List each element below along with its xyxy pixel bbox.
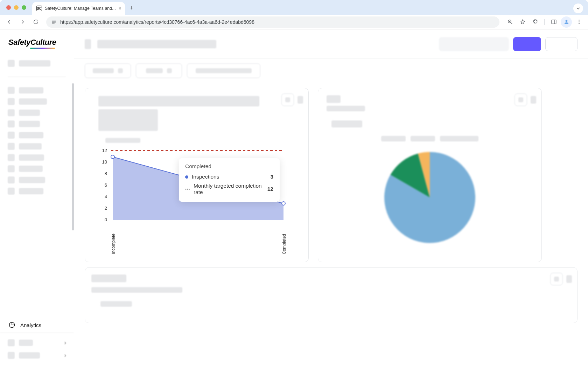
zoom-icon[interactable] xyxy=(504,16,516,28)
browser-toolbar: https://app.safetyculture.com/analytics/… xyxy=(0,15,588,29)
minimize-window-button[interactable] xyxy=(14,5,19,10)
svg-text:4: 4 xyxy=(105,194,107,199)
svg-point-6 xyxy=(579,20,580,21)
extensions-icon[interactable] xyxy=(530,16,541,28)
svg-point-11 xyxy=(282,202,285,205)
tooltip-row-label: Inspections xyxy=(192,174,270,180)
tooltip-title: Completed xyxy=(185,163,273,169)
bookmark-icon[interactable] xyxy=(517,16,528,28)
svg-rect-0 xyxy=(52,21,55,21)
filter-control[interactable] xyxy=(85,63,131,78)
sidebar: SafetyCulture Anal xyxy=(0,29,74,368)
tab-search-button[interactable] xyxy=(573,4,583,13)
analytics-icon xyxy=(8,321,15,328)
menu-icon[interactable] xyxy=(573,16,584,28)
sidebar-item-analytics[interactable]: Analytics xyxy=(0,317,74,333)
url-text: https://app.safetyculture.com/analytics/… xyxy=(60,19,254,25)
close-tab-button[interactable]: × xyxy=(119,6,121,11)
reload-button[interactable] xyxy=(30,16,41,28)
browser-tab[interactable]: SC SafetyCulture: Manage Teams and... × xyxy=(32,2,125,15)
filter-control[interactable] xyxy=(187,63,260,78)
svg-text:2: 2 xyxy=(105,206,107,211)
primary-button[interactable] xyxy=(513,37,541,51)
window-controls xyxy=(0,5,31,15)
svg-text:10: 10 xyxy=(102,159,107,165)
tab-favicon: SC xyxy=(36,6,42,11)
main-content: 12 10 8 6 4 2 0 Incomplete Completed Com… xyxy=(74,29,588,368)
svg-text:0: 0 xyxy=(105,217,107,222)
svg-point-7 xyxy=(579,21,580,22)
line-chart: 12 10 8 6 4 2 0 Incomplete Completed Com… xyxy=(91,144,302,236)
series-dot-icon xyxy=(185,175,188,179)
svg-rect-4 xyxy=(552,20,556,24)
profile-avatar-icon[interactable] xyxy=(561,16,572,28)
secondary-button[interactable] xyxy=(545,37,578,51)
header-control[interactable] xyxy=(439,37,509,51)
chart-card-inspections: 12 10 8 6 4 2 0 Incomplete Completed Com… xyxy=(85,88,309,262)
svg-text:6: 6 xyxy=(105,182,107,188)
sidebar-footer-item[interactable]: › xyxy=(0,349,74,362)
chart-tooltip: Completed Inspections 3 ••• Monthly targ… xyxy=(179,158,280,202)
filter-bar xyxy=(74,58,588,83)
chart-card-pie xyxy=(318,88,542,262)
browser-tabstrip: SC SafetyCulture: Manage Teams and... × … xyxy=(0,0,588,15)
svg-point-8 xyxy=(579,23,580,24)
svg-text:8: 8 xyxy=(105,171,107,176)
page-header xyxy=(74,29,588,58)
svg-rect-1 xyxy=(52,22,55,22)
site-info-icon[interactable] xyxy=(51,19,57,25)
sidebar-item-label: Analytics xyxy=(20,322,41,328)
tooltip-row-value: 3 xyxy=(270,174,273,180)
target-dash-icon: ••• xyxy=(185,187,191,191)
brand-logo[interactable]: SafetyCulture xyxy=(0,29,74,54)
forward-button[interactable] xyxy=(17,16,28,28)
maximize-window-button[interactable] xyxy=(22,5,26,10)
address-bar[interactable]: https://app.safetyculture.com/analytics/… xyxy=(46,16,499,28)
close-window-button[interactable] xyxy=(6,5,11,10)
chevron-right-icon: › xyxy=(64,352,66,359)
pie-chart xyxy=(324,152,535,243)
new-tab-button[interactable]: + xyxy=(125,2,139,15)
sidebar-scrollbar[interactable] xyxy=(72,83,74,230)
tab-title: SafetyCulture: Manage Teams and... xyxy=(45,6,116,11)
filter-control[interactable] xyxy=(136,63,182,78)
side-panel-icon[interactable] xyxy=(548,16,559,28)
svg-point-10 xyxy=(111,155,114,159)
chevron-right-icon: › xyxy=(64,340,66,346)
chart-card-secondary xyxy=(85,267,578,323)
tooltip-row-label: Monthly targeted completion rate xyxy=(194,183,267,195)
svg-point-5 xyxy=(565,20,567,22)
svg-text:12: 12 xyxy=(102,148,107,153)
sidebar-footer-item[interactable]: › xyxy=(0,336,74,349)
xaxis-label-completed: Completed xyxy=(282,234,287,254)
tooltip-row-value: 12 xyxy=(267,186,273,192)
svg-rect-2 xyxy=(52,23,54,23)
back-button[interactable] xyxy=(4,16,15,28)
xaxis-label-incomplete: Incomplete xyxy=(111,234,116,254)
